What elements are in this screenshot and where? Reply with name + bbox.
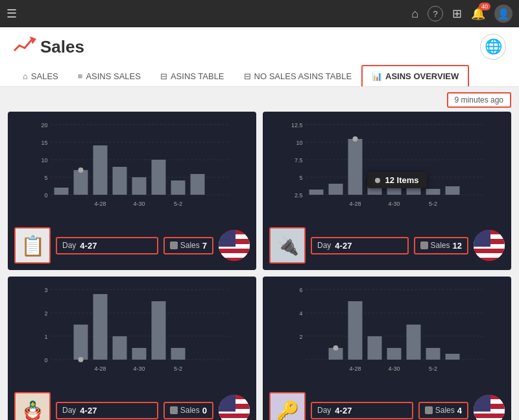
grid-icon[interactable]: ⊞ (452, 6, 462, 21)
svg-rect-57 (132, 348, 147, 360)
product-thumb-3: 🪆 (14, 392, 51, 420)
sales-checkbox-2 (420, 241, 428, 249)
footer-sales-3: Sales 0 (163, 402, 213, 419)
sales-label-3: Sales (180, 406, 200, 415)
day-label-3: Day (62, 406, 76, 415)
chart-svg-2: 12.5 10 7.5 5 2.5 (269, 118, 505, 222)
home-icon[interactable]: ⌂ (411, 7, 418, 21)
tooltip-text: 12 Items (385, 175, 418, 185)
tab-asins-overview-icon: 📊 (372, 71, 382, 81)
header-top: Sales 🌐 (13, 34, 506, 60)
svg-rect-33 (309, 190, 324, 195)
day-label-4: Day (317, 406, 331, 415)
footer-info-4: Day 4-27 (311, 402, 413, 419)
flag-icon-4 (474, 395, 505, 420)
help-icon[interactable]: ? (428, 6, 443, 21)
svg-text:2: 2 (44, 310, 47, 317)
flag-icon-3 (219, 395, 250, 420)
card-3: 3 2 1 0 4-28 4-30 (8, 277, 256, 420)
svg-rect-18 (191, 174, 205, 195)
sales-value-4: 4 (457, 406, 462, 415)
footer-sales-2: Sales 12 (414, 237, 469, 254)
tab-sales-icon: ⌂ (23, 71, 28, 81)
svg-text:2: 2 (299, 334, 302, 340)
globe-button[interactable]: 🌐 (480, 34, 506, 60)
tab-sales[interactable]: ⌂ SALES (13, 66, 68, 86)
svg-rect-40 (446, 186, 460, 195)
svg-rect-15 (132, 177, 147, 195)
timestamp-row: 9 minutes ago (8, 92, 511, 108)
bell-icon[interactable]: 🔔 40 (471, 6, 485, 21)
footer-info-3: Day 4-27 (56, 402, 158, 419)
svg-text:5-2: 5-2 (429, 365, 437, 372)
svg-rect-35 (348, 139, 363, 195)
tooltip-12-items: 12 Items (367, 172, 427, 188)
svg-text:2.5: 2.5 (295, 192, 303, 199)
svg-rect-79 (446, 354, 460, 360)
flag-icon-1 (219, 230, 250, 261)
product-thumb-2: 🔌 (269, 227, 306, 264)
sales-value-3: 0 (202, 406, 207, 415)
svg-text:5-2: 5-2 (174, 365, 182, 372)
tab-asins-table[interactable]: ⊟ ASINS TABLE (151, 66, 234, 86)
card-4: 6 4 2 4-28 4-30 5- (263, 277, 511, 420)
chart-svg-4: 6 4 2 4-28 4-30 5- (269, 283, 505, 387)
main-content: 9 minutes ago 20 15 10 5 0 (0, 87, 519, 420)
footer-sales-4: Sales 4 (418, 402, 468, 419)
tab-asins-sales[interactable]: ≡ ASINS SALES (68, 66, 151, 86)
hamburger-icon[interactable]: ☰ (6, 6, 17, 21)
product-thumb-1: 📋 (14, 227, 51, 264)
tab-no-sales-asins-table[interactable]: ⊟ NO SALES ASINS TABLE (234, 66, 362, 86)
svg-text:1: 1 (44, 334, 47, 340)
navbar-right: ⌂ ? ⊞ 🔔 40 👤 (411, 5, 513, 23)
svg-point-41 (353, 136, 358, 142)
tab-sales-label: SALES (31, 71, 58, 81)
tab-asins-overview[interactable]: 📊 ASINS OVERVIEW (361, 65, 469, 86)
chart-3: 3 2 1 0 4-28 4-30 (14, 283, 250, 387)
svg-text:4-28: 4-28 (94, 365, 106, 372)
sales-chart-icon (13, 34, 36, 60)
svg-rect-59 (171, 348, 186, 360)
svg-text:4-30: 4-30 (388, 201, 400, 207)
sales-value-1: 7 (202, 241, 207, 251)
svg-point-19 (78, 167, 84, 173)
timestamp-badge: 9 minutes ago (447, 92, 511, 108)
svg-rect-75 (368, 336, 382, 360)
chart-svg-3: 3 2 1 0 4-28 4-30 (14, 283, 250, 387)
sales-label-1: Sales (180, 241, 200, 250)
flag-icon-2 (474, 230, 505, 261)
trend-icon (13, 34, 36, 55)
svg-text:0: 0 (44, 357, 47, 364)
product-thumb-4: 🔑 (269, 392, 306, 420)
card-2: 12.5 10 7.5 5 2.5 (263, 112, 511, 270)
svg-text:6: 6 (299, 287, 302, 293)
svg-rect-74 (348, 301, 363, 360)
logo-area: Sales (13, 34, 84, 60)
svg-point-61 (78, 357, 84, 362)
svg-rect-14 (113, 167, 127, 195)
svg-rect-78 (426, 348, 441, 360)
svg-text:5: 5 (44, 175, 47, 181)
product-icon-1: 📋 (21, 234, 45, 257)
tab-no-sales-label: NO SALES ASINS TABLE (254, 71, 352, 81)
footer-sales-1: Sales 7 (163, 237, 213, 254)
svg-text:12.5: 12.5 (291, 122, 303, 129)
svg-text:5: 5 (299, 175, 302, 181)
svg-text:4-28: 4-28 (349, 201, 361, 207)
tab-asins-sales-icon: ≡ (78, 71, 83, 81)
svg-rect-39 (426, 189, 441, 195)
svg-text:4-30: 4-30 (388, 365, 400, 372)
sales-checkbox-4 (425, 406, 433, 414)
card-2-footer: 🔌 Day 4-27 Sales 12 (269, 227, 505, 264)
navbar: ☰ ⌂ ? ⊞ 🔔 40 👤 (0, 0, 519, 27)
tab-asins-sales-label: ASINS SALES (86, 71, 141, 81)
svg-rect-12 (74, 170, 88, 195)
card-4-footer: 🔑 Day 4-27 Sales 4 (269, 392, 505, 420)
chart-2: 12.5 10 7.5 5 2.5 (269, 118, 505, 222)
svg-text:3: 3 (44, 287, 47, 293)
day-label-1: Day (62, 241, 76, 250)
svg-rect-54 (74, 325, 88, 360)
svg-text:4: 4 (299, 310, 302, 317)
tooltip-dot (375, 178, 380, 183)
user-icon[interactable]: 👤 (494, 5, 513, 23)
